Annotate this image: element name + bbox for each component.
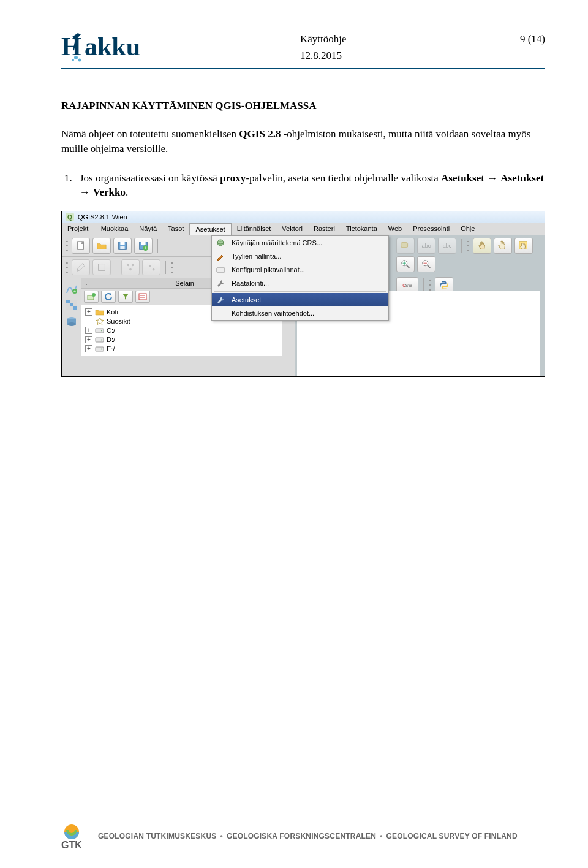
menu-tasot[interactable]: Tasot [162, 223, 189, 235]
menu-vektori[interactable]: Vektori [276, 223, 308, 235]
svg-point-16 [129, 268, 132, 271]
menu-item-asetukset[interactable]: Asetukset [212, 293, 388, 306]
new-icon[interactable] [72, 238, 90, 254]
menu-liitannaiset[interactable]: Liitännäiset [232, 223, 277, 235]
identify-icon[interactable]: + [63, 281, 80, 296]
svg-rect-7 [120, 242, 124, 245]
pan-selection-icon[interactable] [514, 238, 533, 254]
svg-point-37 [101, 339, 102, 340]
save-icon[interactable] [113, 238, 132, 254]
drive-icon [95, 345, 104, 352]
svg-point-35 [101, 330, 102, 331]
abc2-icon[interactable]: abc [438, 238, 456, 254]
gtk-logo-icon: GTK [61, 823, 91, 850]
menu-item-snapping[interactable]: Kohdistuksen vaihtoehdot... [212, 306, 388, 320]
svg-point-1 [74, 56, 78, 59]
home-folder-icon [95, 308, 104, 316]
menu-item-styles[interactable]: Tyylien hallinta... [212, 249, 388, 263]
abc-icon[interactable]: abc [417, 238, 435, 254]
qgis-icon: Q [66, 213, 74, 221]
menu-asetukset[interactable]: Asetukset [189, 223, 231, 235]
open-icon[interactable] [92, 238, 111, 254]
step-1: Jos organisaatiossasi on käytössä proxy-… [75, 171, 545, 200]
svg-point-40 [217, 240, 224, 246]
menu-tietokanta[interactable]: Tietokanta [341, 223, 383, 235]
svg-text:GTK: GTK [61, 840, 82, 850]
svg-rect-23 [70, 303, 74, 306]
zoom-out-icon[interactable] [417, 256, 435, 272]
step-list: Jos organisaatiossasi on käytössä proxy-… [75, 171, 545, 200]
svg-point-2 [78, 59, 81, 62]
section-heading: RAJAPINNAN KÄYTTÄMINEN QGIS-OHJELMASSA [61, 100, 545, 112]
svg-point-27 [67, 322, 76, 326]
doc-title: Käyttöohje [300, 31, 347, 47]
svg-point-39 [101, 348, 102, 349]
menu-item-customize[interactable]: Räätälöinti... [212, 276, 388, 290]
svg-rect-36 [96, 338, 104, 342]
menu-item-crs[interactable]: Käyttäjän määrittelemä CRS... [212, 236, 388, 249]
tree-node-e[interactable]: + E:/ [85, 344, 280, 353]
svg-line-50 [428, 265, 431, 268]
add-layer-icon[interactable] [84, 291, 99, 303]
globe-icon [216, 238, 227, 248]
edit-save-icon[interactable] [92, 259, 111, 275]
svg-point-3 [72, 59, 74, 61]
menubar: Projekti Muokkaa Näytä Tasot Asetukset L… [62, 223, 545, 235]
doc-date: 12.8.2015 [300, 47, 347, 64]
svg-point-18 [153, 268, 155, 271]
zoom-in-icon[interactable] [396, 256, 415, 272]
brush-icon [216, 251, 227, 261]
drive-icon [95, 326, 104, 334]
refresh-icon[interactable] [101, 291, 116, 303]
svg-rect-24 [74, 306, 77, 310]
db-icon[interactable] [63, 314, 80, 329]
svg-rect-31 [139, 294, 146, 300]
svg-rect-38 [96, 347, 104, 351]
menu-prosessointi[interactable]: Prosessointi [407, 223, 455, 235]
menu-item-shortcuts[interactable]: Konfiguroi pikavalinnat... [212, 263, 388, 276]
hakku-logo: H akku [61, 31, 178, 64]
doc-page: 9 (14) [520, 31, 545, 64]
keyboard-icon [216, 265, 227, 275]
asetukset-dropdown: Käyttäjän määrittelemä CRS... Tyylien ha… [211, 235, 389, 321]
window-title: QGIS2.8.1-Wien [78, 213, 127, 221]
drive-icon [95, 335, 104, 343]
intro-paragraph: Nämä ohjeet on toteutettu suomenkielisen… [61, 127, 545, 156]
add-feature-icon[interactable] [142, 259, 160, 275]
svg-point-15 [132, 264, 134, 267]
svg-text:+: + [144, 245, 146, 251]
menu-projekti[interactable]: Projekti [62, 223, 96, 235]
menu-web[interactable]: Web [383, 223, 407, 235]
page-footer: GTK GEOLOGIAN TUTKIMUSKESKUS•GEOLOGISKA … [61, 823, 545, 850]
menu-ohje[interactable]: Ohje [455, 223, 480, 235]
svg-rect-10 [141, 242, 145, 245]
nodes-icon[interactable] [121, 259, 140, 275]
svg-text:akku: akku [85, 32, 140, 61]
label-icon[interactable] [396, 238, 415, 254]
star-icon [95, 317, 104, 325]
wrench-icon [216, 278, 227, 288]
svg-rect-42 [217, 268, 225, 272]
svg-point-17 [149, 265, 151, 268]
svg-point-14 [127, 264, 130, 267]
header-divider [61, 68, 545, 69]
filter-icon[interactable] [118, 291, 133, 303]
svg-line-46 [407, 265, 410, 268]
saveas-icon[interactable]: + [134, 238, 153, 254]
pan-icon[interactable] [494, 238, 512, 254]
collapse-icon[interactable] [135, 291, 150, 303]
svg-rect-22 [66, 300, 70, 303]
svg-text:+: + [74, 289, 76, 294]
menu-rasteri[interactable]: Rasteri [308, 223, 341, 235]
qgis-screenshot: Q QGIS2.8.1-Wien Projekti Muokkaa Näytä … [61, 211, 545, 377]
pixelate-icon[interactable] [63, 298, 80, 313]
settings-wrench-icon [216, 295, 227, 305]
svg-rect-13 [99, 264, 105, 271]
tree-node-c[interactable]: + C:/ [85, 326, 280, 335]
tree-node-d[interactable]: + D:/ [85, 335, 280, 344]
menu-muokkaa[interactable]: Muokkaa [96, 223, 134, 235]
pencil-icon[interactable] [72, 259, 90, 275]
menu-nayta[interactable]: Näytä [134, 223, 162, 235]
svg-point-30 [92, 293, 96, 297]
touch-icon[interactable] [473, 238, 491, 254]
